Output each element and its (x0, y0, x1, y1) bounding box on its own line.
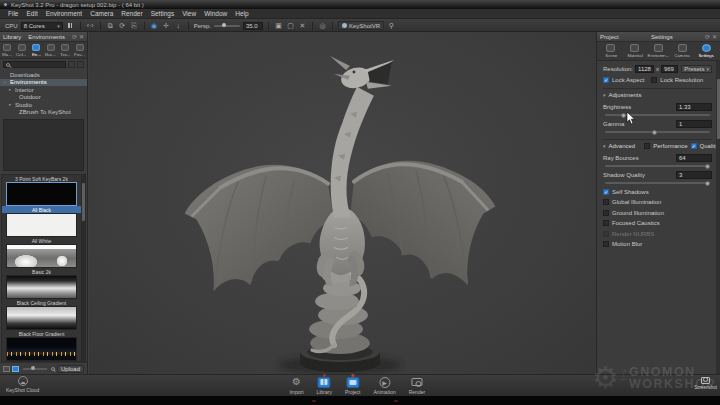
resolution-height-field[interactable]: 969 (661, 65, 678, 73)
perspective-slider[interactable] (214, 25, 240, 27)
nav-render[interactable]: Render (409, 376, 425, 395)
list-item-selected[interactable]: All Black (2, 182, 81, 213)
tab-favorites[interactable]: Fav... (73, 42, 88, 58)
menu-settings[interactable]: Settings (147, 10, 179, 17)
shadow-quality-slider[interactable] (605, 182, 710, 184)
tab-settings[interactable]: Settings (694, 42, 718, 60)
tab-environment[interactable]: Environm... (647, 42, 671, 60)
nav-import[interactable]: ⚙ Import (289, 376, 303, 395)
grid-view-icon[interactable] (12, 366, 19, 372)
menu-file[interactable]: File (4, 10, 22, 17)
tumble-tool-icon[interactable]: ◉ (150, 22, 159, 30)
tab-colors[interactable]: Col... (15, 42, 30, 58)
list-item[interactable]: Black Ceiling Gradient (2, 275, 81, 306)
keyshotvr-button[interactable]: KeyShotVR (338, 21, 384, 30)
tree-item-interior[interactable]: ▸ Interior (0, 86, 87, 94)
brightness-field[interactable]: 1.33 (676, 103, 712, 111)
sort-button[interactable] (77, 61, 84, 68)
tree-item-downloads[interactable]: Downloads (0, 71, 87, 79)
gamma-field[interactable]: 1 (676, 120, 712, 128)
thumbnail-size-slider[interactable] (23, 368, 47, 370)
help-icon[interactable]: ◎ (318, 22, 327, 30)
shadow-quality-field[interactable]: 3 (676, 171, 712, 179)
tab-materials[interactable]: Ma... (0, 42, 15, 58)
colors-icon (18, 44, 26, 51)
presets-dropdown[interactable]: Presets ▾ (681, 65, 712, 73)
copy-icon[interactable]: ⎘ (130, 22, 139, 30)
menu-view[interactable]: View (178, 10, 200, 17)
environment-tree: Downloads ▪ Environments ▸ Interior Outd… (0, 70, 87, 117)
ray-bounces-field[interactable]: 64 (676, 154, 712, 162)
move-tool-icon[interactable]: ⧉ (106, 22, 115, 30)
rotate-tool-icon[interactable]: ⟳ (118, 22, 127, 30)
menu-window[interactable]: Window (200, 10, 231, 17)
panel-scrollbar[interactable] (716, 61, 720, 374)
region-render-icon[interactable]: ▣ (274, 22, 283, 30)
nav-library[interactable]: Library (317, 376, 332, 395)
self-shadows-checkbox[interactable]: ✓ (603, 189, 609, 195)
tree-item-studio[interactable]: ▸ Studio (0, 101, 87, 109)
tab-backplates[interactable]: Bac... (44, 42, 59, 58)
user-icon[interactable]: ⚲ (387, 22, 396, 30)
nav-project[interactable]: Project (345, 376, 361, 395)
ray-bounces-slider[interactable] (605, 165, 710, 167)
gamma-slider[interactable] (605, 131, 710, 133)
tree-item-environments[interactable]: ▪ Environments (0, 79, 87, 87)
ground-illumination-checkbox[interactable] (603, 210, 609, 216)
dolly-tool-icon[interactable]: ↓ (174, 22, 183, 30)
focused-caustics-checkbox[interactable] (603, 220, 609, 226)
keyshot-cloud-button[interactable]: ☁ KeyShot Cloud (6, 376, 39, 393)
menu-environment[interactable]: Environment (42, 10, 87, 17)
lock-aspect-checkbox[interactable]: ✓ (603, 77, 609, 83)
tab-textures[interactable]: Tex... (58, 42, 73, 58)
pan-tool-icon[interactable]: ✛ (162, 22, 171, 30)
nav-animation[interactable]: ▶ Animation (373, 376, 395, 395)
refresh-icon[interactable]: ⟳ (72, 33, 77, 40)
lock-resolution-checkbox[interactable] (651, 77, 657, 83)
list-item[interactable]: Basic 2k (2, 244, 81, 275)
performance-checkbox[interactable] (644, 143, 650, 149)
list-scrollbar[interactable] (81, 175, 85, 361)
search-input[interactable] (3, 61, 66, 68)
pause-region-icon[interactable]: ▢ (286, 22, 295, 30)
upload-button[interactable]: Upload (57, 365, 84, 373)
close-icon[interactable]: ✕ (79, 33, 84, 40)
screenshot-button[interactable]: Screenshot (694, 377, 717, 390)
list-item[interactable] (2, 337, 81, 362)
quality-checkbox[interactable]: ✓ (691, 143, 697, 149)
tab-material[interactable]: Material (623, 42, 647, 60)
tab-camera[interactable]: Camera (670, 42, 694, 60)
ray-bounces-row: Ray Bounces 64 (603, 154, 712, 162)
menu-render[interactable]: Render (117, 10, 146, 17)
focal-length-field[interactable]: 35.0 (243, 22, 263, 30)
list-item[interactable]: All White (2, 213, 81, 244)
library-section-title: Environments (23, 34, 70, 40)
tab-environments[interactable]: En... (29, 42, 44, 58)
tab-scene[interactable]: Scene (599, 42, 623, 60)
list-view-icon[interactable] (3, 366, 10, 372)
undo-icon[interactable]: ‹·› (86, 22, 95, 30)
zoom-icon[interactable] (51, 367, 55, 371)
close-icon[interactable]: ✕ (712, 33, 717, 40)
menu-edit[interactable]: Edit (22, 10, 41, 17)
brightness-slider[interactable] (605, 114, 710, 116)
menu-camera[interactable]: Camera (86, 10, 117, 17)
ray-bounces-label: Ray Bounces (603, 155, 639, 161)
tree-item-zbrush[interactable]: ZBrush To KeyShot (0, 109, 87, 117)
global-illumination-checkbox[interactable] (603, 199, 609, 205)
motion-blur-checkbox[interactable] (603, 241, 609, 247)
pause-button[interactable] (66, 22, 75, 30)
realtime-viewport[interactable] (89, 32, 596, 374)
menu-help[interactable]: Help (231, 10, 252, 17)
project-section-title: Settings (621, 34, 703, 40)
list-item[interactable]: Black Floor Gradient (2, 306, 81, 337)
adjustments-section-header[interactable]: ▾ Adjustments (603, 88, 712, 100)
filter-button[interactable] (68, 61, 75, 68)
tree-item-outdoor[interactable]: Outdoor (0, 94, 87, 102)
fullscreen-icon[interactable]: ✕ (298, 22, 307, 30)
advanced-section-header[interactable]: ▾ Advanced Performance ✓ Quality (603, 139, 712, 151)
refresh-icon[interactable]: ⟳ (705, 33, 710, 40)
resolution-width-field[interactable]: 1128 (635, 65, 654, 73)
cores-dropdown[interactable]: 8 Cores ▾ (21, 22, 63, 30)
list-item[interactable]: 3 Point Soft KeyBars 2k (2, 175, 81, 182)
